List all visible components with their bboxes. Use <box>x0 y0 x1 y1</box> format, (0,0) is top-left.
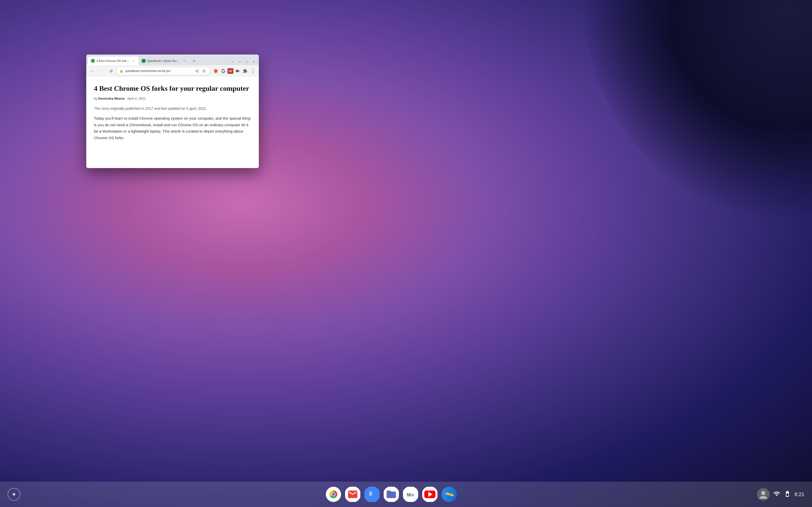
minimize-button[interactable]: — <box>236 58 243 65</box>
svg-line-4 <box>196 70 197 71</box>
date-separator: - <box>125 97 126 100</box>
system-tray: 8:21 <box>757 488 804 501</box>
maximize-button[interactable]: □ <box>243 58 250 65</box>
stylus-app-icon[interactable]: ✏️ <box>441 486 457 502</box>
svg-point-0 <box>197 69 198 70</box>
browser-tab-active[interactable]: 4 Best Chrome OS forks for you... × <box>88 57 139 65</box>
launcher-button[interactable] <box>8 488 20 501</box>
taskbar: M e e t ✏️ <box>0 482 812 507</box>
tab-label-1: 4 Best Chrome OS forks for you... <box>96 59 130 62</box>
youtube-app-icon[interactable] <box>422 486 438 502</box>
article-meta: by Devendra Meena - April 4, 2021 <box>94 97 251 100</box>
brave-extension-icon[interactable] <box>212 67 219 74</box>
tab-close-1[interactable]: × <box>132 59 136 63</box>
svg-point-9 <box>332 493 335 496</box>
more-button[interactable]: ⋮ <box>249 67 256 74</box>
svg-rect-13 <box>369 494 372 495</box>
desktop-decoration <box>583 0 812 228</box>
tab-favicon-2 <box>142 59 146 63</box>
extension-icons: UV ⋮ <box>212 67 256 74</box>
gmail-app-icon[interactable] <box>345 486 361 502</box>
svg-marker-5 <box>202 69 206 72</box>
desktop: 4 Best Chrome OS forks for you... × Quic… <box>0 0 812 507</box>
meet-app-icon[interactable]: M e e t <box>402 486 419 502</box>
svg-point-21 <box>761 491 765 495</box>
article-title: 4 Best Chrome OS forks for your regular … <box>94 84 251 93</box>
close-button[interactable]: × <box>250 58 257 65</box>
browser-tab-inactive[interactable]: Quickfever • Quick Tech Tutorials × <box>139 57 189 65</box>
svg-rect-22 <box>786 494 789 496</box>
puzzle-extension-icon[interactable] <box>242 67 249 74</box>
page-content: 4 Best Chrome OS forks for your regular … <box>86 77 259 168</box>
google-extension-icon[interactable] <box>220 67 227 74</box>
article-date: April 4, 2021 <box>128 97 146 100</box>
svg-text:e: e <box>412 492 414 497</box>
svg-line-3 <box>196 71 197 72</box>
tab-bar: 4 Best Chrome OS forks for you... × Quic… <box>86 55 259 65</box>
forward-button[interactable]: → <box>98 67 106 75</box>
chrome-app-icon[interactable] <box>325 486 342 502</box>
taskbar-apps: M e e t ✏️ <box>26 486 757 502</box>
new-tab-button[interactable]: + <box>190 58 197 65</box>
svg-rect-11 <box>369 492 371 492</box>
svg-point-1 <box>196 70 197 71</box>
account-avatar[interactable] <box>757 488 770 501</box>
omnibox[interactable]: 🔒 quickfever.com/chrome-os-for-pc/ <box>116 67 211 75</box>
files-app-icon[interactable] <box>383 486 399 502</box>
launcher-dot <box>13 493 15 496</box>
tab-favicon-1 <box>91 59 95 63</box>
svg-text:e: e <box>409 492 412 497</box>
article-author: Devendra Meena <box>98 97 124 100</box>
browser-window: 4 Best Chrome OS forks for you... × Quic… <box>86 55 259 168</box>
tab-close-2[interactable]: × <box>182 59 186 63</box>
svg-point-2 <box>197 71 198 72</box>
share-icon[interactable] <box>194 68 200 74</box>
lock-icon: 🔒 <box>119 69 123 73</box>
system-time[interactable]: 8:21 <box>795 492 804 497</box>
battery-icon <box>784 490 791 498</box>
article-body: Today you'll learn to install Chrome ope… <box>94 115 251 141</box>
tab-label-2: Quickfever • Quick Tech Tutorials <box>147 59 181 62</box>
svg-rect-14 <box>369 495 371 496</box>
url-display[interactable]: quickfever.com/chrome-os-for-pc/ <box>125 69 192 73</box>
omnibox-actions <box>194 68 207 74</box>
badge-extension-icon[interactable]: UV <box>227 68 234 74</box>
toolbar: ← → ↺ 🔒 quickfever.com/chrome-os-for-pc/ <box>86 65 259 77</box>
story-note: This story originally published in 2017 … <box>94 107 251 111</box>
tab-list-button[interactable]: ⌄ <box>229 58 236 65</box>
camera-extension-icon[interactable] <box>234 67 241 74</box>
back-button[interactable]: ← <box>89 67 96 75</box>
reload-button[interactable]: ↺ <box>107 67 115 75</box>
svg-rect-12 <box>369 493 372 493</box>
wifi-icon <box>773 490 780 498</box>
docs-app-icon[interactable] <box>364 486 380 502</box>
author-label: by <box>94 97 97 100</box>
bookmark-icon[interactable] <box>201 68 207 74</box>
